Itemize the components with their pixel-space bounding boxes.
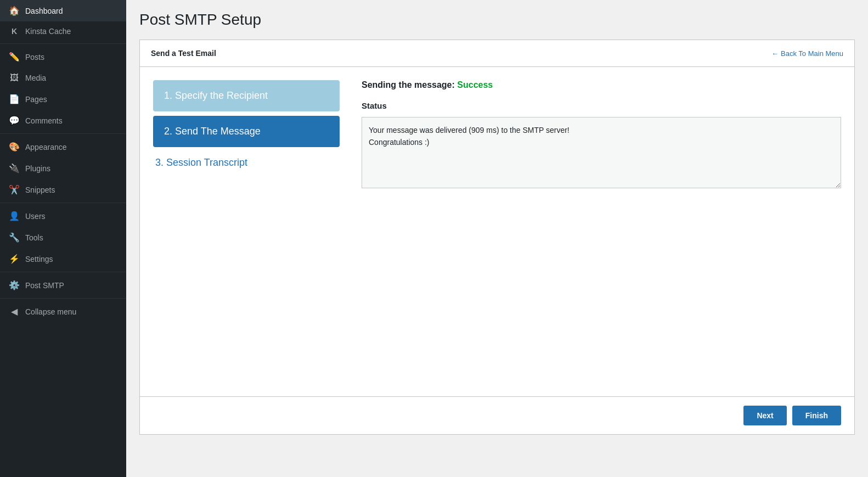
sidebar-item-label: Posts [25,53,44,61]
back-link-label: Back To Main Menu [781,49,843,58]
sidebar-item-snippets[interactable]: ✂️ Snippets [0,179,126,200]
sidebar-item-comments[interactable]: 💬 Comments [0,110,126,131]
page-title: Post SMTP Setup [139,11,855,29]
sidebar-item-users[interactable]: 👤 Users [0,205,126,227]
sidebar-item-tools[interactable]: 🔧 Tools [0,227,126,248]
plugins-icon: 🔌 [9,163,20,173]
status-heading: Status [362,101,841,110]
sidebar-divider [0,43,126,44]
sidebar: 🏠 Dashboard K Kinsta Cache ✏️ Posts 🖼 Me… [0,0,126,477]
sidebar-divider [0,203,126,203]
step-3-number: 3. [155,157,164,168]
sidebar-item-label: Tools [25,233,43,242]
sidebar-item-label: Comments [25,116,63,125]
sending-status-line: Sending the message: Success [362,80,841,90]
tools-icon: 🔧 [9,232,20,243]
sidebar-divider [0,272,126,272]
step-1-number: 1. [164,90,172,101]
step-1-item: 1. Specify the Recipient [153,80,340,111]
sending-label: Sending the message: [362,80,455,89]
appearance-icon: 🎨 [9,142,20,152]
card-header: Send a Test Email ← Back To Main Menu [140,40,854,67]
step-3-link[interactable]: 3. Session Transcript [153,151,340,174]
posts-icon: ✏️ [9,52,20,62]
comments-icon: 💬 [9,115,20,126]
sidebar-item-label: Collapse menu [25,307,76,316]
sidebar-item-kinsta-cache[interactable]: K Kinsta Cache [0,21,126,41]
step-3-item: 3. Session Transcript [153,151,340,174]
sidebar-item-plugins[interactable]: 🔌 Plugins [0,158,126,179]
sidebar-item-label: Settings [25,255,53,263]
step-2-number: 2. [164,126,172,137]
kinsta-icon: K [9,27,20,36]
card-footer: Next Finish [140,396,854,434]
result-panel: Sending the message: Success Status [362,80,841,383]
status-textarea[interactable] [362,117,841,188]
sidebar-item-label: Appearance [25,143,67,151]
sidebar-item-label: Pages [25,95,47,104]
step-3-label: Session Transcript [166,157,247,168]
settings-icon: ⚡ [9,254,20,264]
next-button[interactable]: Next [743,406,786,425]
main-content: Post SMTP Setup Send a Test Email ← Back… [126,0,868,477]
sidebar-item-label: Post SMTP [25,281,64,290]
collapse-icon: ◀ [9,306,20,317]
snippets-icon: ✂️ [9,184,20,195]
finish-button[interactable]: Finish [792,406,841,425]
users-icon: 👤 [9,211,20,221]
dashboard-icon: 🏠 [9,5,20,16]
success-label: Success [457,80,493,89]
sidebar-divider [0,298,126,299]
sidebar-divider [0,133,126,134]
sidebar-item-dashboard[interactable]: 🏠 Dashboard [0,0,126,21]
sidebar-item-pages[interactable]: 📄 Pages [0,88,126,110]
sidebar-item-settings[interactable]: ⚡ Settings [0,248,126,270]
step-2-button[interactable]: 2. Send The Message [153,116,340,147]
sidebar-item-label: Dashboard [25,7,63,15]
step-1-button[interactable]: 1. Specify the Recipient [153,80,340,111]
sidebar-item-label: Kinsta Cache [25,27,71,36]
card-header-title: Send a Test Email [151,49,216,58]
media-icon: 🖼 [9,73,20,83]
sidebar-item-label: Plugins [25,164,50,173]
sidebar-item-posts[interactable]: ✏️ Posts [0,46,126,68]
sidebar-item-label: Media [25,74,46,82]
post-smtp-icon: ⚙️ [9,280,20,290]
step-2-label: Send The Message [175,126,261,137]
back-to-main-menu-link[interactable]: ← Back To Main Menu [771,49,843,58]
card-body: 1. Specify the Recipient 2. Send The Mes… [140,67,854,396]
pages-icon: 📄 [9,94,20,104]
sidebar-item-collapse-menu[interactable]: ◀ Collapse menu [0,301,126,322]
setup-card: Send a Test Email ← Back To Main Menu 1.… [139,40,855,435]
step-2-item: 2. Send The Message [153,116,340,147]
sidebar-item-label: Snippets [25,186,55,194]
sidebar-item-media[interactable]: 🖼 Media [0,68,126,88]
sidebar-item-post-smtp[interactable]: ⚙️ Post SMTP [0,274,126,296]
steps-panel: 1. Specify the Recipient 2. Send The Mes… [153,80,340,383]
step-1-label: Specify the Recipient [175,90,268,101]
sidebar-item-label: Users [25,212,46,221]
arrow-left-icon: ← [771,49,779,58]
sidebar-item-appearance[interactable]: 🎨 Appearance [0,136,126,158]
